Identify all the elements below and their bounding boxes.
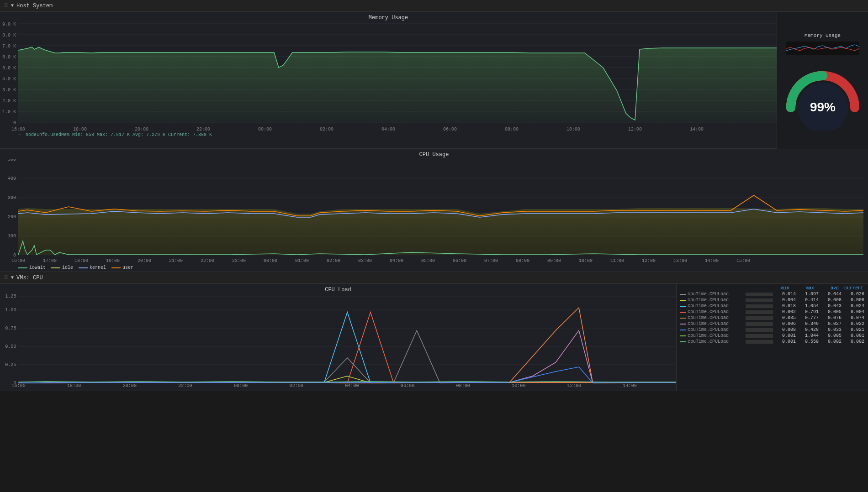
series-avg-7: 0.005 [820, 333, 842, 338]
series-color-0 [680, 294, 686, 295]
svg-text:1.25: 1.25 [5, 294, 16, 299]
cpu-legend-rows: cpuTime.CPULoad 0.014 1.097 0.044 0.026 … [680, 292, 864, 344]
svg-text:18:00: 18:00 [67, 383, 81, 387]
svg-text:8.0 K: 8.0 K [2, 33, 16, 38]
legend-row-5: cpuTime.CPULoad 0.006 0.349 0.027 0.022 [680, 321, 864, 326]
vms-cpu-header[interactable]: ⠿ ▼ VMs: CPU [0, 272, 868, 284]
svg-text:00:00: 00:00 [258, 127, 272, 131]
series-min-1: 0.004 [775, 298, 796, 303]
series-name-3: cpuTime.CPULoad [688, 309, 744, 314]
svg-text:23:00: 23:00 [232, 258, 246, 263]
series-max-5: 0.349 [798, 321, 819, 326]
series-current-0: 0.026 [843, 292, 864, 297]
svg-text:16:00: 16:00 [11, 127, 25, 131]
svg-text:5.0 K: 5.0 K [2, 66, 16, 71]
svg-text:15:00: 15:00 [736, 258, 750, 263]
legend-row-7: cpuTime.CPULoad 0.001 1.044 0.005 0.001 [680, 333, 864, 338]
series-avg-5: 0.027 [820, 321, 842, 326]
svg-text:300: 300 [8, 195, 16, 200]
drag-handle-icon: ⠿ [4, 2, 8, 10]
svg-text:200: 200 [8, 215, 16, 220]
series-max-2: 1.054 [798, 304, 819, 309]
series-min-5: 0.006 [775, 321, 796, 326]
cpu-load-title: CPU Load [0, 284, 676, 294]
svg-text:16:00: 16:00 [11, 383, 25, 387]
svg-text:17:00: 17:00 [43, 258, 57, 263]
series-max-3: 0.791 [798, 309, 819, 314]
svg-text:04:00: 04:00 [390, 258, 403, 263]
series-color-4 [680, 318, 686, 319]
svg-text:22:00: 22:00 [178, 383, 192, 387]
series-max-1: 0.414 [798, 298, 819, 303]
svg-text:1.00: 1.00 [5, 308, 16, 313]
series-bar-6 [746, 328, 773, 332]
series-avg-8: 0.002 [820, 339, 842, 344]
svg-text:03:00: 03:00 [358, 258, 372, 263]
cpu-usage-panel: CPU Usage 0 100 200 300 400 500 16:00 [0, 149, 868, 272]
legend-header-avg: avg [816, 286, 839, 291]
series-min-3: 0.002 [775, 309, 796, 314]
svg-text:08:00: 08:00 [505, 127, 519, 131]
svg-text:06:00: 06:00 [401, 383, 414, 387]
series-avg-4: 0.076 [820, 315, 842, 320]
memory-usage-panel: Memory Usage 0 1.0 K 2.0 K 3.0 K 4.0 K 5… [0, 12, 868, 149]
kernel-label: kernel [90, 265, 106, 270]
series-max-4: 0.777 [798, 315, 819, 320]
vms-collapse-arrow-icon: ▼ [11, 275, 14, 280]
svg-text:22:00: 22:00 [201, 258, 214, 263]
svg-text:05:00: 05:00 [421, 258, 435, 263]
series-name-4: cpuTime.CPULoad [688, 315, 744, 320]
svg-text:19:00: 19:00 [106, 258, 120, 263]
series-color-2 [680, 306, 686, 307]
series-name-0: cpuTime.CPULoad [688, 292, 744, 297]
memory-stats-text: nodeInfo.usedMem Min: 858 Max: 7.917 K A… [26, 132, 212, 137]
svg-text:18:00: 18:00 [74, 258, 88, 263]
svg-text:12:00: 12:00 [642, 258, 656, 263]
svg-text:12:00: 12:00 [628, 127, 642, 131]
series-name-1: cpuTime.CPULoad [688, 298, 744, 303]
memory-usage-title: Memory Usage [0, 12, 777, 22]
svg-text:02:00: 02:00 [290, 383, 303, 387]
series-bar-1 [746, 298, 773, 302]
legend-header-current: current [841, 286, 863, 291]
series-max-6: 0.429 [798, 327, 819, 332]
legend-row-8: cpuTime.CPULoad 0.001 0.559 0.002 0.002 [680, 339, 864, 344]
svg-text:20:00: 20:00 [138, 258, 151, 263]
svg-text:07:00: 07:00 [484, 258, 498, 263]
series-color-6 [680, 330, 686, 330]
cpu-usage-chart: 0 100 200 300 400 500 16:00 17:00 18:00 … [0, 159, 868, 264]
legend-row-3: cpuTime.CPULoad 0.002 0.791 0.005 0.004 [680, 309, 864, 314]
series-min-8: 0.001 [775, 339, 796, 344]
series-name-5: cpuTime.CPULoad [688, 321, 744, 326]
svg-text:14:00: 14:00 [623, 383, 636, 387]
svg-text:14:00: 14:00 [705, 258, 719, 263]
series-current-2: 0.024 [843, 304, 864, 309]
svg-text:20:00: 20:00 [123, 383, 137, 387]
legend-row-1: cpuTime.CPULoad 0.004 0.414 0.008 0.008 [680, 298, 864, 303]
series-min-6: 0.008 [775, 327, 796, 332]
legend-row-0: cpuTime.CPULoad 0.014 1.097 0.044 0.026 [680, 292, 864, 297]
series-color-3 [680, 312, 686, 313]
legend-row-4: cpuTime.CPULoad 0.035 0.777 0.076 0.074 [680, 315, 864, 320]
host-system-header[interactable]: ⠿ ▼ Host System [0, 0, 868, 12]
legend-header: min max avg current [680, 286, 864, 291]
series-avg-3: 0.005 [820, 309, 842, 314]
cpu-load-svg: 0 0.25 0.50 0.75 1.00 1.25 16:00 [0, 294, 676, 387]
svg-text:0.75: 0.75 [5, 326, 16, 331]
svg-text:00:00: 00:00 [234, 383, 248, 387]
legend-header-min: min [767, 286, 789, 291]
series-avg-0: 0.044 [820, 292, 842, 297]
svg-text:00:00: 00:00 [264, 258, 277, 263]
legend-user: user [111, 265, 133, 270]
user-label: user [122, 265, 133, 270]
series-min-7: 0.001 [775, 333, 796, 338]
svg-text:6.0 K: 6.0 K [2, 55, 16, 60]
svg-text:500: 500 [8, 159, 16, 162]
legend-header-max: max [791, 286, 814, 291]
series-current-8: 0.002 [843, 339, 864, 344]
series-bar-7 [746, 334, 773, 338]
series-max-0: 1.097 [798, 292, 819, 297]
vms-drag-handle-icon: ⠿ [4, 274, 8, 282]
svg-text:04:00: 04:00 [381, 127, 395, 131]
svg-text:18:00: 18:00 [73, 127, 87, 131]
